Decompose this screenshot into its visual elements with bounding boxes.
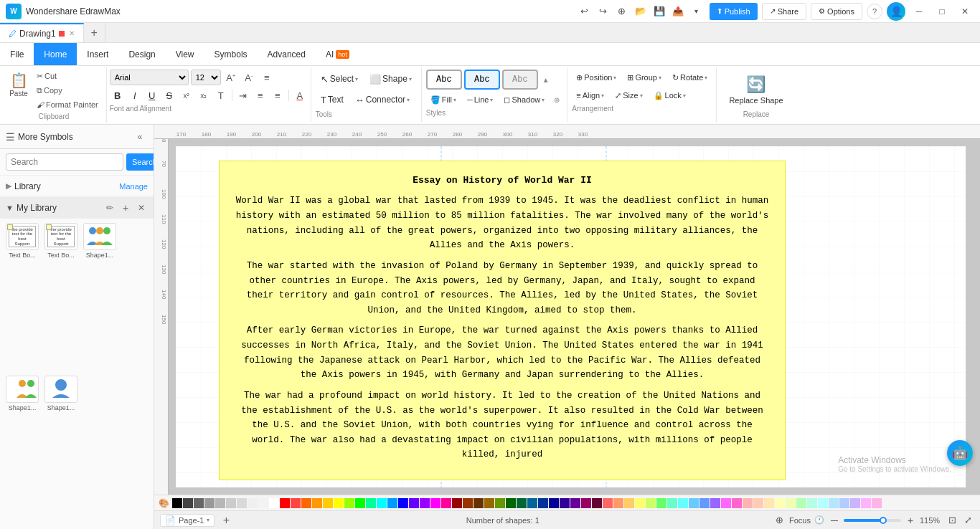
style-scroll-up[interactable]: ▲ xyxy=(540,70,552,90)
menu-view[interactable]: View xyxy=(166,43,204,65)
tab-drawing1-close[interactable]: ✕ xyxy=(69,29,75,37)
publish-btn[interactable]: ⬆ Publish xyxy=(710,3,758,20)
line-btn[interactable]: ─ Line ▾ xyxy=(463,92,498,108)
color-swatch-42[interactable] xyxy=(624,498,634,508)
zoom-slider-track[interactable] xyxy=(844,519,901,522)
color-swatch-51[interactable] xyxy=(721,498,731,508)
color-swatch-23[interactable] xyxy=(420,498,430,508)
color-swatch-46[interactable] xyxy=(667,498,677,508)
color-swatch-24[interactable] xyxy=(430,498,440,508)
styles-expand[interactable]: ⊕ xyxy=(551,92,562,108)
color-swatch-64[interactable] xyxy=(861,498,871,508)
color-swatch-62[interactable] xyxy=(839,498,849,508)
sidebar-collapse-btn[interactable]: « xyxy=(132,129,148,145)
position-btn[interactable]: ⊕ Position ▾ xyxy=(572,70,621,85)
color-swatch-30[interactable] xyxy=(495,498,505,508)
zoom-slider-thumb[interactable] xyxy=(880,517,887,524)
redo-btn[interactable]: ↪ xyxy=(595,3,612,20)
color-swatch-45[interactable] xyxy=(656,498,666,508)
color-swatch-0[interactable] xyxy=(172,498,182,508)
color-swatch-47[interactable] xyxy=(678,498,688,508)
color-swatch-52[interactable] xyxy=(732,498,742,508)
color-swatch-14[interactable] xyxy=(323,498,333,508)
color-swatch-55[interactable] xyxy=(764,498,774,508)
search-input[interactable] xyxy=(6,153,123,171)
color-swatch-19[interactable] xyxy=(377,498,387,508)
color-swatch-21[interactable] xyxy=(398,498,408,508)
shadow-btn[interactable]: ◻ Shadow ▾ xyxy=(499,92,549,108)
color-swatch-5[interactable] xyxy=(226,498,236,508)
color-swatch-29[interactable] xyxy=(484,498,494,508)
menu-advanced[interactable]: Advanced xyxy=(258,43,316,65)
lib-item-shape1[interactable]: Shape1... xyxy=(82,223,118,373)
lib-item-shape3[interactable]: Shape1... xyxy=(43,376,79,525)
zoom-out-btn[interactable]: ─ xyxy=(828,514,841,527)
fit-btn[interactable]: ⊡ xyxy=(946,514,958,527)
color-swatch-31[interactable] xyxy=(506,498,516,508)
color-swatch-32[interactable] xyxy=(517,498,527,508)
shape-btn[interactable]: ⬜ Shape ▾ xyxy=(364,70,417,88)
color-swatch-27[interactable] xyxy=(463,498,473,508)
color-swatch-48[interactable] xyxy=(689,498,699,508)
color-swatch-28[interactable] xyxy=(473,498,484,508)
style-box-2[interactable]: Abc xyxy=(464,70,500,90)
maximize-btn[interactable]: □ xyxy=(933,4,951,19)
lib-item-textbox1[interactable]: the provide text for the best Support Te… xyxy=(4,223,40,373)
color-swatch-7[interactable] xyxy=(248,498,258,508)
align-arr-btn[interactable]: ≡ Align ▾ xyxy=(572,87,608,103)
add-page-btn[interactable]: + xyxy=(219,513,233,528)
color-swatch-60[interactable] xyxy=(818,498,828,508)
bold-btn[interactable]: B xyxy=(110,87,126,103)
expand-btn[interactable]: ⤢ xyxy=(961,514,974,527)
fill-btn[interactable]: 🪣 Fill ▾ xyxy=(426,92,461,108)
color-swatch-59[interactable] xyxy=(807,498,817,508)
color-swatch-9[interactable] xyxy=(269,498,279,508)
undo-btn[interactable]: ↩ xyxy=(576,3,593,20)
color-swatch-11[interactable] xyxy=(291,498,301,508)
cut-btn[interactable]: ✂ Cut xyxy=(33,70,102,82)
color-swatch-20[interactable] xyxy=(387,498,397,508)
underline-btn[interactable]: U xyxy=(144,87,160,103)
style-box-3[interactable]: Abc xyxy=(502,70,538,90)
color-swatch-3[interactable] xyxy=(204,498,215,508)
indent-btn[interactable]: ⇥ xyxy=(235,87,251,103)
color-swatch-58[interactable] xyxy=(796,498,806,508)
color-swatch-50[interactable] xyxy=(710,498,720,508)
color-swatch-49[interactable] xyxy=(699,498,710,508)
font-color-btn[interactable]: A xyxy=(292,87,308,103)
zoom-in-btn[interactable]: + xyxy=(904,514,917,527)
user-avatar[interactable]: 👤 xyxy=(887,2,905,21)
color-swatch-56[interactable] xyxy=(775,498,785,508)
more-btn[interactable]: ▾ xyxy=(688,3,705,20)
tab-drawing1[interactable]: 🖊 Drawing1 ✕ xyxy=(0,23,84,42)
bullet-btn[interactable]: ≡ xyxy=(253,87,268,103)
share-btn[interactable]: ↗ Share xyxy=(762,3,806,20)
group-btn[interactable]: ⊞ Group ▾ xyxy=(623,70,666,85)
color-swatch-22[interactable] xyxy=(409,498,419,508)
my-library-add-btn[interactable]: + xyxy=(119,201,132,214)
close-btn[interactable]: ✕ xyxy=(956,4,974,19)
color-swatch-61[interactable] xyxy=(829,498,839,508)
lock-btn[interactable]: 🔒 Lock ▾ xyxy=(649,87,690,103)
italic-btn[interactable]: I xyxy=(127,87,143,103)
essay-textbox[interactable]: Essay on History of World War II World W… xyxy=(219,161,786,480)
color-swatch-65[interactable] xyxy=(872,498,882,508)
color-swatch-43[interactable] xyxy=(635,498,645,508)
export-btn[interactable]: 📤 xyxy=(669,3,687,20)
text-btn[interactable]: T Text xyxy=(316,90,349,109)
menu-file[interactable]: File xyxy=(0,43,34,65)
paste-btn[interactable]: 📋 Paste xyxy=(6,70,32,100)
color-swatch-36[interactable] xyxy=(560,498,570,508)
color-swatch-37[interactable] xyxy=(570,498,580,508)
select-btn[interactable]: ↖ Select ▾ xyxy=(316,70,363,88)
menu-symbols[interactable]: Symbols xyxy=(204,43,258,65)
color-swatch-13[interactable] xyxy=(312,498,322,508)
color-swatch-54[interactable] xyxy=(753,498,763,508)
page-indicator[interactable]: 📄 Page-1 ▾ xyxy=(160,514,215,527)
color-swatch-44[interactable] xyxy=(646,498,656,508)
assistant-btn[interactable]: 🤖 xyxy=(947,440,973,466)
color-swatch-41[interactable] xyxy=(613,498,623,508)
clear-format-btn[interactable]: T xyxy=(213,87,229,103)
align-btn[interactable]: ≡ xyxy=(259,70,275,85)
menu-ai[interactable]: AI hot xyxy=(316,43,359,65)
